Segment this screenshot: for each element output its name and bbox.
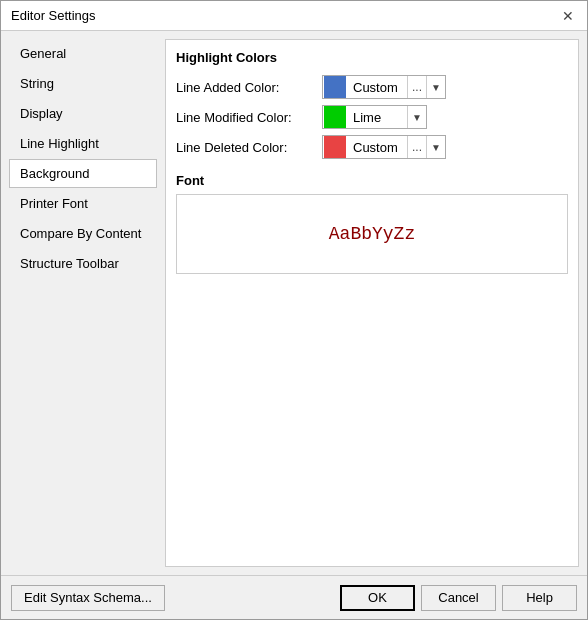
sidebar-item-display[interactable]: Display: [9, 99, 157, 128]
highlight-colors-title: Highlight Colors: [176, 50, 568, 65]
dialog-footer: Edit Syntax Schema... OK Cancel Help: [1, 575, 587, 619]
line-added-dots-button[interactable]: ...: [407, 76, 426, 98]
sidebar-item-printer-font[interactable]: Printer Font: [9, 189, 157, 218]
line-added-color-row: Line Added Color: Custom ... ▼: [176, 75, 568, 99]
sidebar-item-compare-by-content[interactable]: Compare By Content: [9, 219, 157, 248]
title-bar: Editor Settings ✕: [1, 1, 587, 31]
editor-settings-dialog: Editor Settings ✕ General String Display…: [0, 0, 588, 620]
font-title: Font: [176, 173, 568, 188]
line-added-arrow-button[interactable]: ▼: [426, 76, 445, 98]
help-button[interactable]: Help: [502, 585, 577, 611]
sidebar-item-background[interactable]: Background: [9, 159, 157, 188]
sidebar-item-string[interactable]: String: [9, 69, 157, 98]
footer-left: Edit Syntax Schema...: [11, 585, 165, 611]
font-preview-text: AaBbYyZz: [329, 224, 415, 244]
line-deleted-swatch: [324, 136, 346, 158]
line-deleted-color-row: Line Deleted Color: Custom ... ▼: [176, 135, 568, 159]
line-deleted-dots-button[interactable]: ...: [407, 136, 426, 158]
dialog-title: Editor Settings: [11, 8, 96, 23]
dialog-body: General String Display Line Highlight Ba…: [1, 31, 587, 575]
line-modified-label: Line Modified Color:: [176, 110, 316, 125]
sidebar-item-line-highlight[interactable]: Line Highlight: [9, 129, 157, 158]
sidebar: General String Display Line Highlight Ba…: [9, 39, 157, 567]
line-modified-color-row: Line Modified Color: Lime ▼: [176, 105, 568, 129]
line-deleted-color-name: Custom: [347, 140, 407, 155]
line-modified-color-name: Lime: [347, 110, 407, 125]
font-preview-box: AaBbYyZz: [176, 194, 568, 274]
close-button[interactable]: ✕: [559, 7, 577, 25]
sidebar-item-general[interactable]: General: [9, 39, 157, 68]
line-added-swatch: [324, 76, 346, 98]
line-deleted-arrow-button[interactable]: ▼: [426, 136, 445, 158]
cancel-button[interactable]: Cancel: [421, 585, 496, 611]
footer-right: OK Cancel Help: [340, 585, 577, 611]
line-added-label: Line Added Color:: [176, 80, 316, 95]
line-modified-swatch: [324, 106, 346, 128]
line-added-color-selector[interactable]: Custom ... ▼: [322, 75, 446, 99]
sidebar-item-structure-toolbar[interactable]: Structure Toolbar: [9, 249, 157, 278]
line-modified-color-selector[interactable]: Lime ▼: [322, 105, 427, 129]
ok-button[interactable]: OK: [340, 585, 415, 611]
line-added-color-name: Custom: [347, 80, 407, 95]
line-modified-arrow-button[interactable]: ▼: [407, 106, 426, 128]
line-deleted-color-selector[interactable]: Custom ... ▼: [322, 135, 446, 159]
line-deleted-label: Line Deleted Color:: [176, 140, 316, 155]
color-rows: Line Added Color: Custom ... ▼ Line Modi…: [176, 75, 568, 159]
content-area: Highlight Colors Line Added Color: Custo…: [165, 39, 579, 567]
edit-syntax-schema-button[interactable]: Edit Syntax Schema...: [11, 585, 165, 611]
